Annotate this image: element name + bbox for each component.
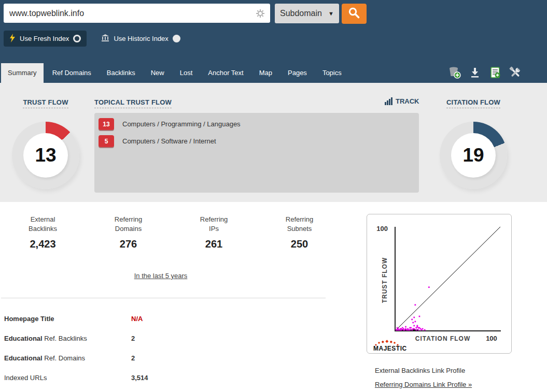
- stat-value: 250: [257, 238, 342, 250]
- detail-row-indexed-urls: Indexed URLs: [4, 374, 47, 382]
- tab-backlinks[interactable]: Backlinks: [100, 63, 142, 83]
- divider: [1, 298, 326, 298]
- topic-score-badge: 13: [99, 118, 114, 130]
- tab-new[interactable]: New: [144, 63, 171, 83]
- detail-row-homepage-title: Homepage Title: [4, 315, 54, 323]
- citation-flow-heading: CITATION FLOW: [440, 98, 507, 106]
- tab-map[interactable]: Map: [253, 63, 279, 83]
- use-historic-index-toggle[interactable]: Use Historic Index: [101, 34, 180, 43]
- detail-value: N/A: [131, 315, 143, 323]
- trust-flow-gauge: 13: [12, 122, 79, 189]
- x-axis-title: CITATION FLOW: [415, 335, 471, 342]
- stat-referring-domains: ReferringDomains 276: [86, 215, 171, 250]
- stat-external-backlinks: ExternalBacklinks 2,423: [0, 215, 86, 250]
- link-profile-chart-card: 100 100 TRUST FLOW CITATION FLOW MAJESTI…: [367, 214, 512, 354]
- use-fresh-index-label: Use Fresh Index: [20, 35, 69, 42]
- external-backlinks-profile-label: External Backlinks Link Profile: [375, 367, 465, 374]
- gear-icon[interactable]: [255, 8, 265, 19]
- flow-metrics-section: TRUST FLOW TOPICAL TRUST FLOW CITATION F…: [0, 83, 547, 202]
- header-action-icons: [448, 66, 522, 79]
- scope-select[interactable]: Subdomain ▼: [275, 4, 339, 23]
- majestic-logo: MAJESTIC: [373, 340, 407, 352]
- add-to-bucket-icon[interactable]: [448, 66, 461, 79]
- stat-referring-ips: ReferringIPs 261: [171, 215, 257, 250]
- detail-row-edu-domains: Educational Ref. Domains: [4, 354, 85, 362]
- use-historic-index-label: Use Historic Index: [114, 35, 168, 42]
- track-label: TRACK: [396, 97, 419, 105]
- topic-label: Computers / Programming / Languages: [122, 120, 241, 128]
- track-button[interactable]: TRACK: [385, 97, 419, 105]
- topic-label: Computers / Software / Internet: [122, 137, 216, 145]
- tab-topics[interactable]: Topics: [316, 63, 348, 83]
- citation-flow-gauge: 19: [440, 122, 507, 189]
- download-icon[interactable]: [468, 66, 482, 79]
- tools-icon[interactable]: [509, 66, 522, 79]
- y-axis-max-label: 100: [376, 225, 388, 233]
- tab-pages[interactable]: Pages: [281, 63, 314, 83]
- detail-value: 2: [131, 354, 135, 362]
- use-fresh-index-toggle[interactable]: Use Fresh Index: [4, 31, 87, 47]
- historic-index-radio[interactable]: [173, 35, 180, 42]
- trust-flow-heading: TRUST FLOW: [0, 98, 91, 106]
- search-icon: [347, 6, 361, 21]
- lightning-icon: [9, 34, 16, 44]
- tab-bar: Summary Ref Domains Backlinks New Lost A…: [1, 63, 350, 83]
- detail-value: 3,514: [131, 374, 148, 382]
- summary-detail-section: ExternalBacklinks 2,423 ReferringDomains…: [0, 202, 547, 392]
- referring-domains-profile-link[interactable]: Referring Domains Link Profile »: [375, 381, 472, 388]
- detail-value: 2: [131, 335, 135, 342]
- search-input[interactable]: [4, 4, 270, 23]
- topical-row[interactable]: 13 Computers / Programming / Languages: [99, 118, 241, 130]
- tab-lost[interactable]: Lost: [173, 63, 200, 83]
- header: Subdomain ▼ Use Fresh Index: [0, 0, 547, 83]
- citation-flow-value: 19: [451, 133, 496, 178]
- search-button[interactable]: [342, 4, 367, 24]
- topical-trust-flow-heading: TOPICAL TRUST FLOW: [94, 98, 172, 106]
- bank-icon: [101, 34, 109, 43]
- topical-row[interactable]: 5 Computers / Software / Internet: [99, 135, 216, 147]
- majestic-logo-text: MAJESTIC: [373, 345, 407, 352]
- stat-referring-subnets: ReferringSubnets 250: [257, 215, 342, 250]
- stat-value: 276: [86, 238, 171, 250]
- index-toggle-row: Use Fresh Index Use Historic Index: [4, 31, 180, 47]
- stat-value: 2,423: [0, 238, 86, 250]
- y-axis-title: TRUST FLOW: [381, 257, 388, 303]
- stat-value: 261: [171, 238, 257, 250]
- stats-row: ExternalBacklinks 2,423 ReferringDomains…: [0, 215, 342, 250]
- topic-score-badge: 5: [99, 135, 114, 147]
- date-range-link[interactable]: In the last 5 years: [134, 272, 188, 280]
- detail-row-edu-backlinks: Educational Ref. Backlinks: [4, 335, 87, 342]
- chevron-down-icon: ▼: [328, 10, 334, 17]
- track-chart-icon: [385, 97, 392, 105]
- topical-trust-flow-panel: 13 Computers / Programming / Languages 5…: [94, 113, 419, 193]
- trust-flow-value: 13: [23, 133, 68, 178]
- create-report-icon[interactable]: [488, 66, 502, 79]
- link-profile-scatter-chart: 100 100 TRUST FLOW CITATION FLOW MAJESTI…: [367, 214, 511, 353]
- x-axis-max-label: 100: [486, 335, 497, 342]
- fresh-index-radio[interactable]: [73, 35, 81, 42]
- tab-anchor-text[interactable]: Anchor Text: [201, 63, 250, 83]
- tab-summary[interactable]: Summary: [1, 63, 44, 83]
- tab-ref-domains[interactable]: Ref Domains: [46, 63, 98, 83]
- scope-select-value: Subdomain: [280, 9, 322, 18]
- scatter-points: [396, 286, 430, 330]
